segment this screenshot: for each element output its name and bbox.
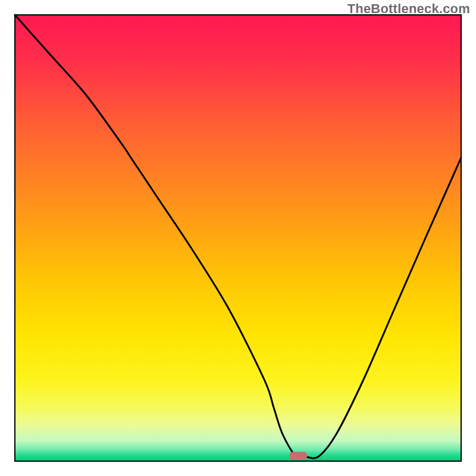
optimal-marker [289, 452, 307, 460]
bottleneck-chart [0, 0, 476, 476]
watermark-text: TheBottleneck.com [347, 1, 470, 17]
gradient-background [15, 15, 461, 461]
chart-stage: TheBottleneck.com [0, 0, 476, 476]
